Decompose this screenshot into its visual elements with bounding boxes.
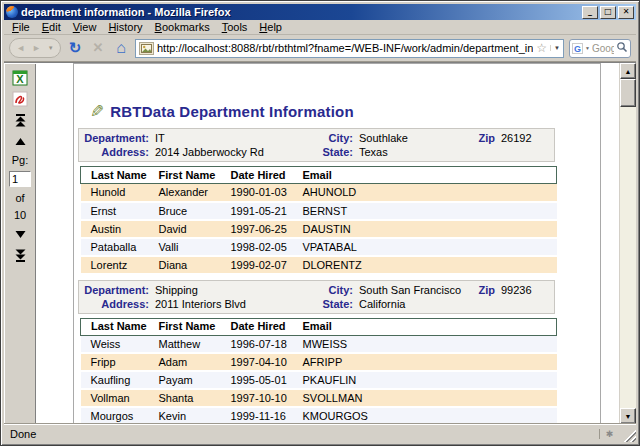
- state-value: California: [359, 297, 475, 311]
- maximize-button[interactable]: □: [600, 6, 616, 19]
- report-sidebar: X Pg:: [4, 63, 36, 424]
- stop-button[interactable]: ✕: [89, 39, 107, 57]
- last-page-icon: [14, 249, 27, 262]
- cell-last-name: Mourgos: [81, 407, 149, 424]
- menu-file[interactable]: File: [6, 21, 36, 33]
- cell-last-name: Austin: [81, 220, 149, 238]
- page-number-input[interactable]: [9, 171, 31, 187]
- cell-first-name: Matthew: [149, 335, 221, 353]
- next-page-icon: [14, 230, 27, 239]
- status-bar: Done ✱: [4, 424, 636, 442]
- table-row: Kaufling Payam 1995-05-01 PKAUFLIN: [81, 371, 557, 389]
- scroll-down-button[interactable]: ▼: [620, 408, 636, 424]
- scrollbar-track[interactable]: [620, 107, 636, 408]
- title-bar[interactable]: department information - Mozilla Firefox…: [4, 4, 636, 20]
- minimize-button[interactable]: _: [582, 6, 598, 19]
- search-icon[interactable]: [616, 39, 628, 57]
- cell-last-name: Vollman: [81, 389, 149, 407]
- report-title: RBTData Department Information: [110, 103, 354, 120]
- header-email: Email: [293, 318, 557, 335]
- back-button[interactable]: ◄: [16, 43, 25, 53]
- table-row: Pataballa Valli 1998-02-05 VPATABAL: [81, 238, 557, 256]
- status-text: Done: [10, 428, 595, 440]
- menu-bookmarks[interactable]: Bookmarks: [149, 21, 216, 33]
- menu-history[interactable]: History: [102, 21, 148, 33]
- resize-grip[interactable]: [623, 429, 636, 442]
- menu-edit[interactable]: Edit: [36, 21, 67, 33]
- cell-email: KMOURGOS: [293, 407, 557, 424]
- firefox-icon: [6, 6, 18, 18]
- address-label: Address:: [79, 145, 155, 159]
- header-date-hired: Date Hired: [221, 167, 293, 184]
- employee-table: Last Name First Name Date Hired Email Hu…: [80, 166, 557, 275]
- cell-last-name: Ernst: [81, 202, 149, 220]
- cell-email: SVOLLMAN: [293, 389, 557, 407]
- cell-date-hired: 1996-07-18: [221, 335, 293, 353]
- back-forward-group: ◄ ► ▼: [9, 38, 61, 58]
- bookmark-star-icon[interactable]: ☆: [536, 42, 547, 54]
- google-logo-icon[interactable]: G: [572, 43, 583, 54]
- city-label: City:: [307, 283, 359, 297]
- table-row: Hunold Alexander 1990-01-03 AHUNOLD: [81, 184, 557, 202]
- state-label: State:: [307, 297, 359, 311]
- table-header-row: Last Name First Name Date Hired Email: [81, 167, 557, 184]
- cell-first-name: Shanta: [149, 389, 221, 407]
- department-label: Department:: [79, 283, 155, 297]
- menu-tools[interactable]: Tools: [216, 21, 254, 33]
- employee-table: Last Name First Name Date Hired Email We…: [80, 318, 557, 425]
- department-label: Department:: [79, 131, 155, 145]
- first-page-button[interactable]: [11, 112, 29, 128]
- department-info-block: Department: IT City: Southlake Zip 26192…: [78, 128, 555, 162]
- cell-first-name: Diana: [149, 256, 221, 274]
- menu-view[interactable]: View: [67, 21, 103, 33]
- browser-window: department information - Mozilla Firefox…: [0, 0, 640, 446]
- cell-email: BERNST: [293, 202, 557, 220]
- address-value: 2014 Jabberwocky Rd: [155, 145, 307, 159]
- cell-first-name: Bruce: [149, 202, 221, 220]
- menu-help[interactable]: Help: [253, 21, 288, 33]
- cell-email: DAUSTIN: [293, 220, 557, 238]
- last-page-button[interactable]: [11, 247, 29, 263]
- cell-email: MWEISS: [293, 335, 557, 353]
- export-pdf-button[interactable]: [11, 91, 29, 107]
- cell-date-hired: 1991-05-21: [221, 202, 293, 220]
- cell-date-hired: 1999-11-16: [221, 407, 293, 424]
- history-dropdown-icon[interactable]: ▼: [48, 45, 54, 51]
- forward-button[interactable]: ►: [32, 43, 41, 53]
- menu-bar: File Edit View History Bookmarks Tools H…: [4, 20, 636, 35]
- page-of-label: of: [15, 192, 24, 204]
- cell-date-hired: 1997-04-10: [221, 353, 293, 371]
- cell-date-hired: 1995-05-01: [221, 371, 293, 389]
- cell-first-name: Alexander: [149, 184, 221, 202]
- navigation-toolbar: ◄ ► ▼ ↻ ✕ ⌂ ☆ ▼ G ▼: [4, 35, 636, 62]
- city-label: City:: [307, 131, 359, 145]
- cell-email: DLORENTZ: [293, 256, 557, 274]
- reload-button[interactable]: ↻: [66, 39, 84, 57]
- cell-last-name: Hunold: [81, 184, 149, 202]
- zip-label: Zip: [475, 131, 501, 145]
- search-box: G ▼: [569, 39, 631, 58]
- export-excel-button[interactable]: X: [11, 70, 29, 86]
- window-title: department information - Mozilla Firefox: [21, 6, 579, 18]
- close-button[interactable]: ✕: [618, 6, 634, 19]
- home-button[interactable]: ⌂: [112, 39, 130, 57]
- city-value: Southlake: [359, 131, 475, 145]
- state-label: State:: [307, 145, 359, 159]
- state-value: Texas: [359, 145, 475, 159]
- scrollbar-thumb[interactable]: [620, 79, 636, 107]
- table-row: Lorentz Diana 1999-02-07 DLORENTZ: [81, 256, 557, 274]
- search-engine-dropdown-icon[interactable]: ▼: [585, 45, 590, 51]
- vertical-scrollbar[interactable]: ▲ ▼: [619, 63, 636, 424]
- next-page-button[interactable]: [11, 226, 29, 242]
- table-row: Ernst Bruce 1991-05-21 BERNST: [81, 202, 557, 220]
- cell-first-name: Kevin: [149, 407, 221, 424]
- url-dropdown-icon[interactable]: ▼: [550, 45, 560, 51]
- search-input[interactable]: [592, 43, 614, 54]
- cell-email: AHUNOLD: [293, 184, 557, 202]
- scroll-up-button[interactable]: ▲: [620, 63, 636, 79]
- previous-page-button[interactable]: [11, 133, 29, 149]
- table-row: Austin David 1997-06-25 DAUSTIN: [81, 220, 557, 238]
- previous-page-icon: [14, 137, 27, 146]
- cell-last-name: Lorentz: [81, 256, 149, 274]
- url-input[interactable]: [157, 42, 533, 54]
